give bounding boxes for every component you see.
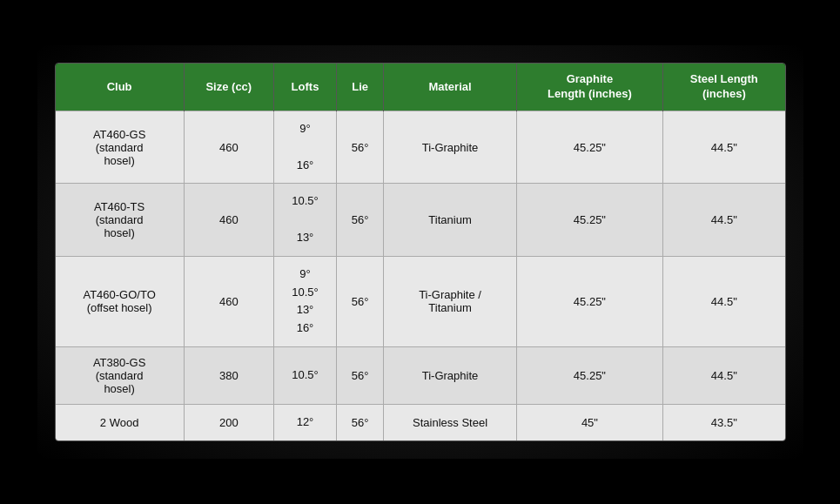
- specs-table: Club Size (cc) Lofts Lie Material Graphi…: [56, 64, 785, 440]
- table-row: AT380-GS(standardhosel)38010.5°56°Ti-Gra…: [56, 346, 785, 404]
- table-row: AT460-TS(standardhosel)46010.5°13°56°Tit…: [56, 184, 785, 256]
- cell-size: 380: [184, 346, 273, 404]
- cell-lofts: 10.5°13°: [273, 184, 336, 256]
- cell-club: AT380-GS(standardhosel): [56, 346, 185, 404]
- cell-graphite_length: 45.25": [516, 111, 662, 184]
- cell-steel_length: 44.5": [663, 346, 785, 404]
- table-wrapper: Club Size (cc) Lofts Lie Material Graphi…: [55, 63, 786, 441]
- cell-club: AT460-GO/TO(offset hosel): [56, 256, 185, 346]
- cell-graphite_length: 45.25": [516, 184, 662, 256]
- cell-material: Titanium: [384, 184, 516, 256]
- col-header-club: Club: [56, 64, 185, 111]
- cell-lie: 56°: [337, 404, 384, 440]
- table-row: AT460-GO/TO(offset hosel)4609°10.5°13°16…: [56, 256, 785, 346]
- main-container: Club Size (cc) Lofts Lie Material Graphi…: [37, 45, 803, 459]
- cell-lofts: 9°10.5°13°16°: [273, 256, 336, 346]
- cell-material: Ti-Graphite /Titanium: [384, 256, 516, 346]
- col-header-lie: Lie: [337, 64, 384, 111]
- cell-graphite_length: 45.25": [516, 256, 662, 346]
- cell-lofts: 9°16°: [273, 111, 336, 184]
- cell-lofts: 10.5°: [273, 346, 336, 404]
- cell-lie: 56°: [337, 111, 384, 184]
- col-header-graphite: GraphiteLength (inches): [516, 64, 662, 111]
- cell-steel_length: 44.5": [663, 184, 785, 256]
- cell-steel_length: 44.5": [663, 111, 785, 184]
- cell-graphite_length: 45": [516, 404, 662, 440]
- header-row: Club Size (cc) Lofts Lie Material Graphi…: [56, 64, 785, 111]
- cell-material: Ti-Graphite: [384, 111, 516, 184]
- col-header-lofts: Lofts: [273, 64, 336, 111]
- cell-lie: 56°: [337, 256, 384, 346]
- cell-club: AT460-TS(standardhosel): [56, 184, 185, 256]
- cell-size: 460: [184, 184, 273, 256]
- col-header-material: Material: [384, 64, 516, 111]
- cell-steel_length: 43.5": [663, 404, 785, 440]
- table-row: 2 Wood20012°56°Stainless Steel45"43.5": [56, 404, 785, 440]
- cell-club: AT460-GS(standardhosel): [56, 111, 185, 184]
- cell-steel_length: 44.5": [663, 256, 785, 346]
- cell-graphite_length: 45.25": [516, 346, 662, 404]
- col-header-steel: Steel Length(inches): [663, 64, 785, 111]
- cell-size: 460: [184, 256, 273, 346]
- cell-size: 200: [184, 404, 273, 440]
- cell-lie: 56°: [337, 184, 384, 256]
- table-row: AT460-GS(standardhosel)4609°16°56°Ti-Gra…: [56, 111, 785, 184]
- cell-lie: 56°: [337, 346, 384, 404]
- col-header-size: Size (cc): [184, 64, 273, 111]
- cell-lofts: 12°: [273, 404, 336, 440]
- cell-material: Ti-Graphite: [384, 346, 516, 404]
- cell-club: 2 Wood: [56, 404, 185, 440]
- cell-size: 460: [184, 111, 273, 184]
- cell-material: Stainless Steel: [384, 404, 516, 440]
